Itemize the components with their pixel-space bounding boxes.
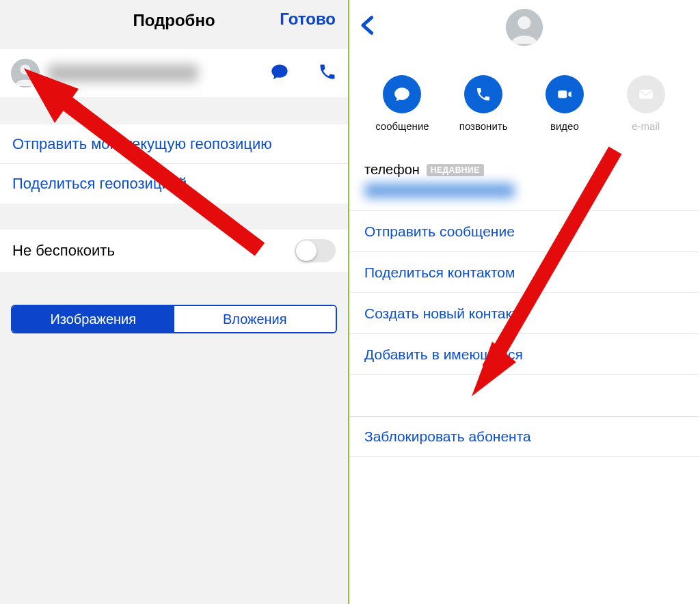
action-video-label: видео	[550, 120, 579, 132]
contact-header	[349, 0, 699, 55]
message-circle-icon	[383, 75, 421, 113]
segmented-control: Изображения Вложения	[11, 305, 337, 333]
call-circle-icon	[464, 75, 502, 113]
svg-point-1	[21, 64, 31, 74]
phone-section[interactable]: телефон НЕДАВНИЕ	[349, 155, 699, 211]
svg-point-3	[517, 16, 530, 29]
contact-actions-row: сообщение позвонить видео e-mail	[349, 55, 699, 140]
action-video[interactable]: видео	[524, 75, 606, 132]
action-email: e-mail	[605, 75, 686, 132]
send-current-location[interactable]: Отправить мою текущую геопозицию	[0, 124, 348, 164]
svg-rect-4	[558, 91, 567, 98]
action-call-label: позвонить	[459, 120, 508, 132]
phone-number-blurred	[364, 183, 515, 198]
toggle-knob	[296, 241, 317, 261]
contact-details-pane: Подробно Готово Отправить мою текущую ге…	[0, 0, 349, 604]
share-location[interactable]: Поделиться геопозицией	[0, 164, 348, 204]
back-button[interactable]	[356, 14, 379, 37]
phone-field-label: телефон	[364, 162, 420, 178]
details-header: Подробно Готово	[0, 0, 348, 41]
message-icon[interactable]	[270, 62, 289, 84]
email-circle-icon	[627, 75, 665, 113]
action-call[interactable]: позвонить	[443, 75, 524, 132]
send-message-item[interactable]: Отправить сообщение	[349, 211, 699, 252]
action-email-label: e-mail	[632, 120, 660, 132]
contact-card-pane: сообщение позвонить видео e-mail	[349, 0, 699, 604]
phone-number-blurred	[48, 64, 198, 82]
action-message[interactable]: сообщение	[362, 75, 443, 132]
create-new-contact-item[interactable]: Создать новый контакт	[349, 293, 699, 334]
avatar-icon	[11, 59, 40, 87]
block-caller-item[interactable]: Заблокировать абонента	[349, 416, 699, 457]
tab-images[interactable]: Изображения	[12, 306, 174, 332]
svg-rect-5	[639, 90, 653, 99]
do-not-disturb-toggle[interactable]	[295, 239, 336, 262]
action-message-label: сообщение	[375, 120, 429, 132]
share-contact-item[interactable]: Поделиться контактом	[349, 252, 699, 293]
location-section: Отправить мою текущую геопозицию Поделит…	[0, 124, 348, 204]
done-button[interactable]: Готово	[280, 10, 336, 29]
contact-options-list: Отправить сообщение Поделиться контактом…	[349, 211, 699, 375]
video-circle-icon	[546, 75, 584, 113]
contact-summary-row[interactable]	[0, 49, 348, 97]
tab-attachments[interactable]: Вложения	[174, 306, 336, 332]
avatar-large-icon	[506, 9, 543, 46]
do-not-disturb-label: Не беспокоить	[12, 242, 115, 260]
call-icon[interactable]	[318, 62, 337, 84]
recent-badge: НЕДАВНИЕ	[427, 164, 484, 176]
add-to-existing-item[interactable]: Добавить в имеющийся	[349, 334, 699, 375]
header-title: Подробно	[133, 11, 215, 30]
do-not-disturb-row: Не беспокоить	[0, 230, 348, 272]
